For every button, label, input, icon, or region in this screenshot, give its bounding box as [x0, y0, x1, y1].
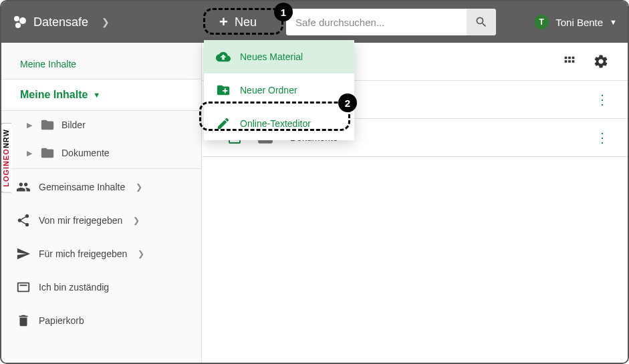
sidebar-item-responsible[interactable]: Ich bin zuständig — [1, 270, 201, 304]
search-container — [286, 9, 496, 35]
dropdown-item-new-folder[interactable]: Neuer Ordner — [204, 73, 354, 107]
tree-item-bilder[interactable]: ▶ Bilder — [1, 111, 201, 139]
cloud-upload-icon — [216, 49, 231, 64]
dropdown-item-text-editor[interactable]: Online-Texteditor — [204, 107, 354, 140]
sidebar-item-trash[interactable]: Papierkorb — [1, 304, 201, 337]
chevron-down-icon: ▼ — [610, 18, 617, 26]
sidebar-item-shared-by-me[interactable]: Von mir freigegeben ❯ — [1, 204, 201, 237]
app-header: Datensafe ❯ + Neu T Toni Bente ▼ — [1, 1, 628, 43]
nav-label: Für mich freigegeben — [39, 248, 127, 259]
share-icon — [16, 213, 31, 228]
brand-tag[interactable]: LOGINEONRW — [0, 123, 11, 193]
grid-view-icon[interactable] — [562, 54, 577, 69]
new-button-label: Neu — [235, 15, 257, 29]
gear-icon[interactable] — [593, 53, 609, 69]
breadcrumb[interactable]: Meine Inhalte — [1, 49, 201, 79]
sidebar: LOGINEONRW Meine Inhalte Meine Inhalte ▼… — [1, 43, 202, 363]
edit-icon — [216, 116, 231, 131]
breadcrumb-arrow-icon: ❯ — [102, 17, 110, 27]
section-label: Meine Inhalte — [20, 89, 88, 101]
chevron-right-icon: ❯ — [133, 216, 140, 225]
tree-item-label: Bilder — [61, 120, 86, 130]
folder-icon — [40, 146, 55, 160]
svg-point-0 — [14, 16, 19, 21]
app-title: Datensafe — [33, 15, 88, 29]
nav-label: Ich bin zuständig — [39, 282, 109, 293]
dropdown-label: Neuer Ordner — [240, 85, 297, 96]
new-dropdown: Neues Material Neuer Ordner Online-Texte… — [204, 40, 354, 140]
app-logo[interactable]: Datensafe ❯ — [12, 14, 110, 30]
nav-label: Gemeinsame Inhalte — [39, 182, 125, 192]
group-icon — [16, 180, 31, 194]
dropdown-label: Neues Material — [240, 51, 303, 62]
nav-label: Papierkorb — [39, 315, 84, 326]
user-menu[interactable]: T Toni Bente ▼ — [534, 15, 617, 29]
trash-icon — [16, 313, 31, 328]
sidebar-section-my-content[interactable]: Meine Inhalte ▼ — [1, 79, 201, 111]
sidebar-item-shared[interactable]: Gemeinsame Inhalte ❯ — [1, 170, 201, 204]
svg-rect-3 — [20, 285, 27, 286]
dropdown-item-new-material[interactable]: Neues Material — [204, 40, 354, 73]
svg-point-2 — [15, 23, 21, 28]
search-input[interactable] — [286, 9, 467, 35]
chevron-down-icon: ▼ — [93, 91, 100, 99]
avatar: T — [534, 15, 549, 29]
search-button[interactable] — [467, 9, 496, 35]
chevron-right-icon: ❯ — [138, 249, 144, 258]
chevron-right-icon: ❯ — [136, 182, 142, 192]
chevron-right-icon: ▶ — [27, 121, 33, 130]
logo-icon — [12, 14, 28, 30]
sidebar-item-shared-with-me[interactable]: Für mich freigegeben ❯ — [1, 237, 201, 270]
svg-point-1 — [19, 17, 26, 24]
new-button[interactable]: + Neu — [210, 8, 266, 36]
nav-label: Von mir freigegeben — [39, 215, 122, 226]
more-icon[interactable]: ⋮ — [596, 92, 609, 108]
tree-item-label: Dokumente — [61, 148, 110, 158]
folder-icon — [40, 118, 55, 132]
chevron-right-icon: ▶ — [27, 149, 33, 158]
app-frame: Datensafe ❯ + Neu T Toni Bente ▼ LOGINEO… — [0, 0, 629, 364]
dropdown-label: Online-Texteditor — [240, 118, 311, 129]
new-folder-icon — [216, 83, 231, 98]
assignment-icon — [16, 280, 31, 295]
user-name: Toni Bente — [555, 17, 603, 28]
search-icon — [475, 15, 488, 29]
plus-icon: + — [219, 13, 228, 31]
tree-item-dokumente[interactable]: ▶ Dokumente — [1, 139, 201, 167]
more-icon[interactable]: ⋮ — [596, 130, 609, 146]
send-icon — [16, 246, 31, 261]
